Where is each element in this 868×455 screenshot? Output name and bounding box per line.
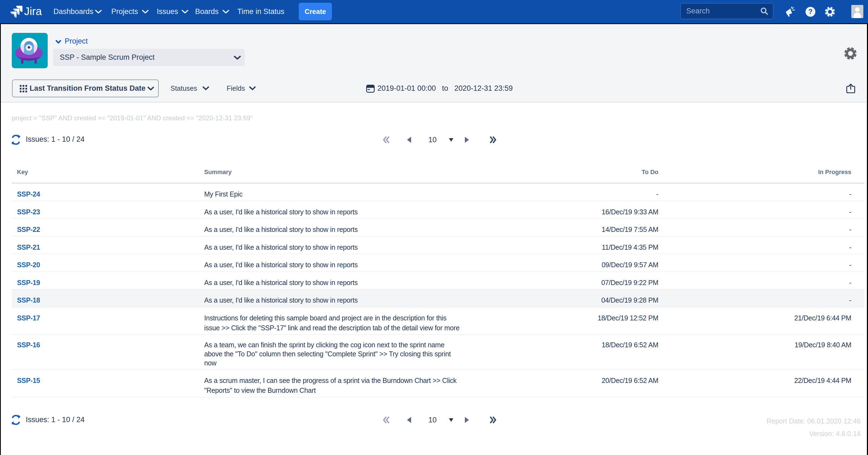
svg-text:?: ? [808, 8, 812, 16]
